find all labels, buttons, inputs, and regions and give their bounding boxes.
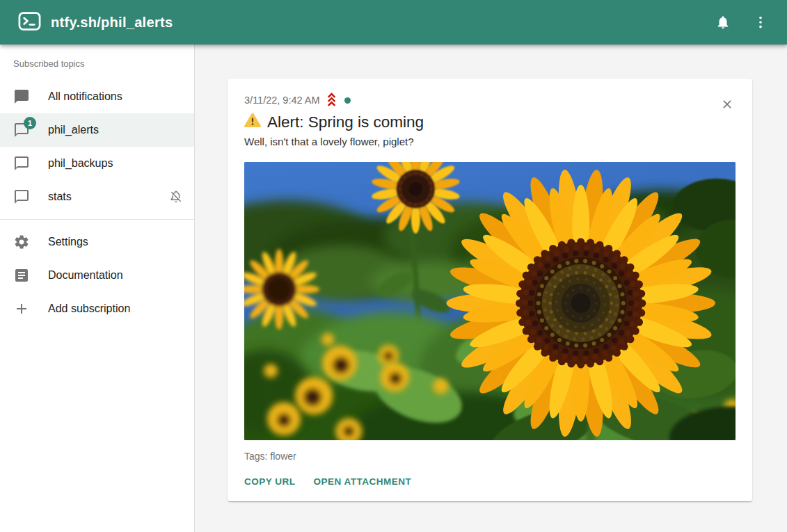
sidebar-item-label: Settings <box>48 236 88 248</box>
notification-timestamp: 3/11/22, 9:42 AM <box>244 95 320 106</box>
chat-bubble-outline-icon <box>13 155 30 172</box>
chat-bubble-outline-icon: 1 <box>13 122 30 138</box>
sidebar: Subscribed topics All notifications 1 ph… <box>0 45 195 532</box>
sidebar-item-label: All notifications <box>48 90 122 103</box>
attachment-image[interactable] <box>244 162 736 440</box>
copy-url-button[interactable]: COPY URL <box>239 470 301 493</box>
sidebar-item-label: Documentation <box>48 269 123 282</box>
gear-icon <box>13 234 30 250</box>
notification-body: Well, isn't that a lovely flower, piglet… <box>244 136 736 147</box>
sidebar-item-settings[interactable]: Settings <box>0 225 194 259</box>
open-attachment-button[interactable]: OPEN ATTACHMENT <box>308 470 418 493</box>
main-content: 3/11/22, 9:42 AM <box>195 45 787 532</box>
more-vert-icon <box>753 15 768 30</box>
sidebar-item-stats[interactable]: stats <box>0 180 194 213</box>
sidebar-item-documentation[interactable]: Documentation <box>0 259 194 292</box>
sidebar-item-phil-alerts[interactable]: 1 phil_alerts <box>0 113 194 147</box>
chat-bubble-filled-icon <box>13 88 30 105</box>
unread-count-badge: 1 <box>24 117 36 129</box>
sidebar-item-label: Add subscription <box>48 303 130 315</box>
app-bar: ntfy.sh/phil_alerts <box>0 0 787 45</box>
notification-card: 3/11/22, 9:42 AM <box>228 79 752 501</box>
sidebar-item-label: stats <box>48 191 72 203</box>
article-icon <box>13 267 30 284</box>
chat-bubble-outline-icon <box>13 188 30 205</box>
sidebar-item-phil-backups[interactable]: phil_backups <box>0 147 194 180</box>
bell-off-icon <box>169 190 183 204</box>
close-icon <box>720 97 734 111</box>
triple-chevron-up-icon <box>324 92 339 109</box>
sidebar-divider <box>0 219 194 220</box>
plus-icon <box>13 300 30 317</box>
notification-meta: 3/11/22, 9:42 AM <box>244 93 736 107</box>
notification-tags: Tags: flower <box>244 451 736 462</box>
page-title: ntfy.sh/phil_alerts <box>51 15 173 31</box>
notification-title-row: Alert: Spring is coming <box>244 113 736 132</box>
ntfy-app: ntfy.sh/phil_alerts Subscribed topics <box>0 0 787 532</box>
sidebar-item-add-subscription[interactable]: Add subscription <box>0 292 194 325</box>
sidebar-item-all-notifications[interactable]: All notifications <box>0 80 194 113</box>
notifications-bell-button[interactable] <box>708 7 738 38</box>
terminal-icon <box>18 12 41 33</box>
notification-title: Alert: Spring is coming <box>267 113 424 131</box>
sidebar-item-label: phil_backups <box>48 157 113 170</box>
notification-actions: COPY URL OPEN ATTACHMENT <box>239 470 736 493</box>
overflow-menu-button[interactable] <box>745 7 776 38</box>
subscribed-topics-label: Subscribed topics <box>0 51 194 80</box>
warning-triangle-icon <box>244 113 261 132</box>
bell-icon <box>715 15 731 30</box>
sidebar-item-label: phil_alerts <box>48 124 99 136</box>
close-notification-button[interactable] <box>719 96 736 113</box>
unread-dot <box>344 97 351 104</box>
